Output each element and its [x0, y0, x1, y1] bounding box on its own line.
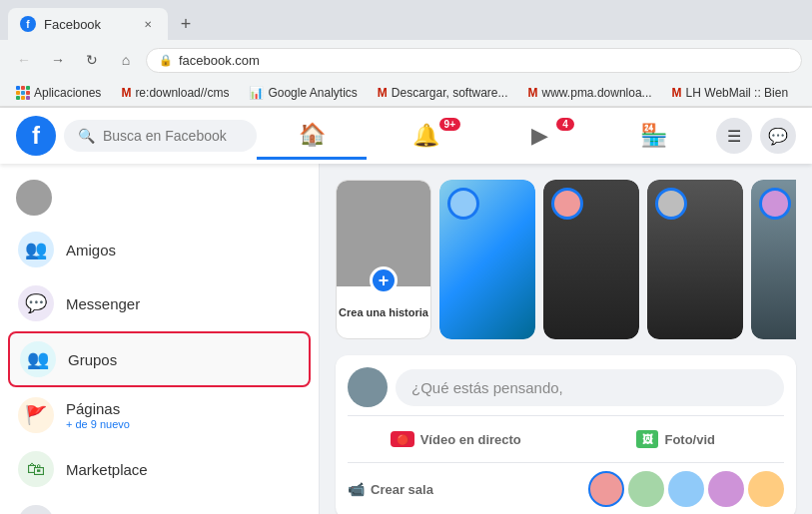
fb-nav: 🏠 🔔 9+ ▶ 4 🏪: [257, 112, 708, 160]
fb-sidebar: 👥 Amigos 💬 Messenger 👥 Grupos 🚩 Páginas …: [0, 164, 320, 514]
forward-button[interactable]: →: [44, 46, 72, 74]
bookmark-label: Google Analytics: [268, 86, 357, 100]
messenger-icon: 💬: [18, 285, 54, 321]
photo-label: Foto/vid: [664, 432, 715, 447]
live-video-button[interactable]: 🔴 Vídeo en directo: [348, 424, 564, 454]
close-tab-button[interactable]: ✕: [140, 16, 156, 32]
bookmark-label: www.pma.downloa...: [542, 86, 652, 100]
post-box-top: ¿Qué estás pensando,: [348, 367, 784, 407]
sidebar-item-amigos[interactable]: 👥 Amigos: [8, 224, 311, 275]
bookmark-label: LH WebMail :: Bien: [686, 86, 789, 100]
friend-avatar-1: [588, 471, 624, 507]
create-story-card[interactable]: + Crea una historia: [336, 180, 431, 339]
bookmark-label: re:download//cms: [135, 86, 229, 100]
search-icon: 🔍: [78, 128, 95, 144]
search-input[interactable]: [103, 128, 243, 144]
active-tab[interactable]: f Facebook ✕: [8, 8, 168, 40]
story-photo-3: [647, 180, 743, 339]
sidebar-item-paginas[interactable]: 🚩 Páginas + de 9 nuevo: [8, 389, 311, 441]
sidebar-item-label: Páginas: [66, 400, 120, 417]
fb-content: + Crea una historia: [320, 164, 812, 514]
story-photo-4: [751, 180, 796, 339]
sidebar-item-label: Grupos: [68, 351, 117, 368]
sidebar-item-ver-mas[interactable]: ▾ Ver más: [8, 497, 311, 514]
story-card-1[interactable]: [439, 180, 535, 339]
live-label: Vídeo en directo: [420, 432, 521, 447]
paginas-badge: + de 9 nuevo: [66, 418, 130, 430]
bookmark-icon-red: M: [121, 86, 131, 100]
story-photo-1: [439, 180, 535, 339]
story-card-2[interactable]: [543, 180, 639, 339]
sidebar-item-label: Messenger: [66, 295, 140, 312]
bookmark-descargar[interactable]: M Descargar, software...: [372, 84, 514, 102]
photo-icon: 🖼: [636, 430, 658, 448]
watch-icon: ▶: [531, 123, 548, 149]
friend-avatar-5: [748, 471, 784, 507]
nav-notifications[interactable]: 🔔 9+: [371, 112, 480, 160]
stories-row: + Crea una historia: [336, 180, 796, 339]
analytics-icon: 📊: [249, 86, 264, 100]
bookmark-icon: M: [378, 86, 388, 100]
messenger-button[interactable]: 💬: [760, 118, 796, 154]
tab-title: Facebook: [44, 17, 132, 32]
sidebar-item-messenger[interactable]: 💬 Messenger: [8, 277, 311, 329]
photo-video-button[interactable]: 🖼 Foto/vid: [568, 424, 785, 454]
back-button[interactable]: ←: [10, 46, 38, 74]
refresh-button[interactable]: ↻: [78, 46, 106, 74]
lock-icon: 🔒: [159, 54, 173, 67]
expand-icon: ▾: [18, 505, 54, 514]
home-button[interactable]: ⌂: [112, 46, 140, 74]
bookmark-analytics[interactable]: 📊 Google Analytics: [243, 84, 363, 102]
paginas-icon: 🚩: [18, 397, 54, 433]
fb-header-right: ☰ 💬: [716, 118, 796, 154]
amigos-icon: 👥: [18, 232, 54, 267]
create-sala-icon: 📹: [348, 481, 365, 497]
bookmark-webmail[interactable]: M LH WebMail :: Bien: [666, 84, 795, 102]
friend-avatar-2: [628, 471, 664, 507]
nav-watch[interactable]: ▶ 4: [484, 112, 594, 160]
bookmark-label: Aplicaciones: [34, 86, 101, 100]
friend-avatars: [588, 471, 784, 507]
post-input[interactable]: ¿Qué estás pensando,: [396, 369, 784, 406]
address-bar-row: ← → ↻ ⌂ 🔒 facebook.com: [0, 40, 812, 80]
create-story-label: Crea una historia: [339, 306, 428, 318]
notification-badge: 9+: [439, 118, 460, 131]
browser-chrome: f Facebook ✕ + ← → ↻ ⌂ 🔒 facebook.com Ap…: [0, 0, 812, 108]
user-avatar[interactable]: [16, 180, 52, 216]
fb-search-box[interactable]: 🔍: [64, 120, 257, 152]
tab-favicon: f: [20, 16, 36, 32]
sidebar-item-label: Marketplace: [66, 461, 148, 478]
new-tab-button[interactable]: +: [172, 10, 200, 38]
grupos-icon: 👥: [20, 341, 56, 377]
live-icon: 🔴: [391, 431, 414, 447]
store-icon: 🏪: [640, 123, 667, 149]
story-avatar-1: [447, 188, 479, 220]
sidebar-item-marketplace[interactable]: 🛍 Marketplace: [8, 443, 311, 495]
friend-avatar-3: [668, 471, 704, 507]
story-card-3[interactable]: [647, 180, 743, 339]
nav-store[interactable]: 🏪: [598, 112, 708, 160]
nav-home[interactable]: 🏠: [257, 112, 367, 160]
post-box: ¿Qué estás pensando, 🔴 Vídeo en directo …: [336, 355, 796, 514]
bookmark-redownload[interactable]: M re:download//cms: [115, 84, 235, 102]
story-photo-2: [543, 180, 639, 339]
bookmarks-bar: Aplicaciones M re:download//cms 📊 Google…: [0, 80, 812, 107]
sidebar-item-label: Amigos: [66, 242, 116, 258]
story-avatar-4: [759, 188, 791, 220]
notification-icon: 🔔: [412, 123, 439, 149]
post-avatar: [348, 367, 388, 407]
create-sala-label: Crear sala: [371, 482, 433, 497]
bookmark-pma[interactable]: M www.pma.downloa...: [522, 84, 658, 102]
apps-grid-icon: [16, 86, 30, 100]
story-card-4[interactable]: [751, 180, 796, 339]
bookmark-aplicaciones[interactable]: Aplicaciones: [10, 84, 107, 102]
post-box-actions: 🔴 Vídeo en directo 🖼 Foto/vid: [348, 415, 784, 454]
friend-avatar-4: [708, 471, 744, 507]
address-bar[interactable]: 🔒 facebook.com: [146, 48, 802, 73]
story-avatar-2: [551, 188, 583, 220]
fb-header: f 🔍 🏠 🔔 9+ ▶ 4 🏪 ☰ 💬: [0, 108, 812, 164]
fb-logo: f: [16, 116, 56, 156]
bookmark-icon: M: [672, 86, 682, 100]
menu-button[interactable]: ☰: [716, 118, 752, 154]
sidebar-item-grupos[interactable]: 👥 Grupos: [8, 331, 311, 387]
